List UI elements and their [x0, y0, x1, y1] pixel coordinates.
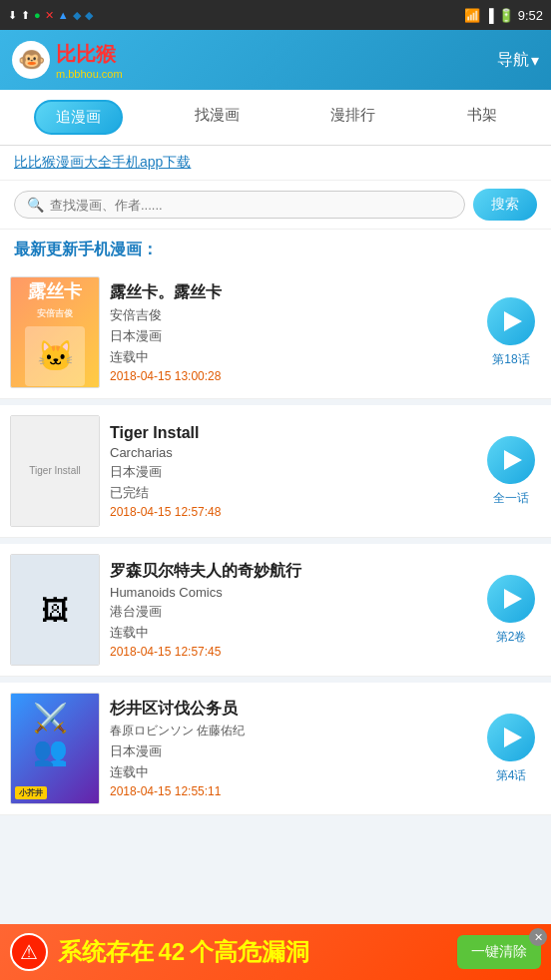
ad-number: 42	[158, 938, 185, 965]
search-button[interactable]: 搜索	[473, 189, 537, 221]
comic-list: 露丝卡 安倍吉俊 🐱 露丝卡。露丝卡 安倍吉俊 日本漫画 连载中 2018-04…	[0, 266, 551, 815]
chapter-label: 全一话	[493, 490, 529, 507]
play-icon	[504, 450, 522, 470]
comic-action-3: 第2卷	[481, 554, 541, 666]
comic-title: 罗森贝尔特夫人的奇妙航行	[110, 561, 481, 582]
comic-info-4: 杉井区讨伐公务员 春原ロビンソン 佐藤佑纪 日本漫画 连载中 2018-04-1…	[110, 693, 481, 804]
comic-status: 连载中	[110, 624, 481, 642]
thumb-4-inner: ⚔️👥 小芥井	[11, 694, 99, 803]
thumb-tiger-label: Tiger Install	[29, 465, 80, 476]
tab-bar: 追漫画 找漫画 漫排行 书架	[0, 90, 551, 146]
comic-info-1: 露丝卡。露丝卡 安倍吉俊 日本漫画 连载中 2018-04-15 13:00:2…	[110, 276, 481, 388]
app-download-banner[interactable]: 比比猴漫画大全手机app下载	[0, 146, 551, 181]
warning-symbol: ⚠	[20, 940, 38, 964]
play-button[interactable]	[487, 714, 535, 761]
play-icon	[504, 728, 522, 747]
chapter-label: 第4话	[496, 767, 527, 784]
comic-status: 已完结	[110, 484, 481, 502]
comic-date: 2018-04-15 12:55:11	[110, 784, 481, 798]
thumb-placeholder-icon: 🖼	[41, 594, 69, 627]
ad-text-prefix: 系统存在	[58, 938, 154, 965]
thumb-image-4: ⚔️👥 小芥井	[11, 694, 99, 803]
tab-follow-manga[interactable]: 追漫画	[34, 100, 123, 135]
table-row: 🖼 罗森贝尔特夫人的奇妙航行 Humanoids Comics 港台漫画 连载中…	[0, 544, 551, 677]
ad-text: 系统存在 42 个高危漏洞	[58, 936, 447, 968]
app-url: m.bbhou.com	[56, 68, 123, 80]
app-icon-3: ▲	[58, 9, 69, 21]
battery-icon: 🔋	[498, 8, 514, 23]
play-button[interactable]	[487, 436, 535, 484]
play-button[interactable]	[487, 575, 535, 623]
section-title: 最新更新手机漫画：	[0, 230, 551, 266]
logo-icon: 🐵	[12, 41, 50, 79]
comic-thumbnail: 🖼	[10, 554, 100, 666]
thumb-4-chars: ⚔️👥	[33, 702, 77, 767]
comic-author: Humanoids Comics	[110, 585, 481, 600]
nav-arrow-icon: ▾	[531, 51, 539, 70]
tab-find-manga[interactable]: 找漫画	[175, 100, 260, 135]
chapter-label: 第18话	[492, 351, 529, 368]
search-icon: 🔍	[27, 197, 44, 213]
logo-text-area: 比比猴 m.bbhou.com	[56, 41, 123, 80]
comic-type: 港台漫画	[110, 603, 481, 621]
search-input[interactable]	[50, 198, 452, 213]
table-row: Tiger Install Tiger Install Carcharias 日…	[0, 405, 551, 538]
ad-close-button[interactable]: ✕	[529, 928, 547, 946]
comic-title: 露丝卡。露丝卡	[110, 282, 481, 303]
comic-action-4: 第4话	[481, 693, 541, 804]
comic-title: Tiger Install	[110, 424, 481, 442]
upload-icon: ⬆	[21, 9, 30, 22]
nav-button[interactable]: 导航 ▾	[497, 50, 539, 71]
app-icon-4: ◆	[73, 9, 81, 22]
nav-label: 导航	[497, 50, 529, 71]
comic-status: 连载中	[110, 348, 481, 366]
comic-date: 2018-04-15 12:57:48	[110, 505, 481, 519]
ad-text-suffix: 个高危漏洞	[190, 938, 309, 965]
comic-author: 安倍吉俊	[110, 306, 481, 324]
thumb-image-1: 露丝卡 安倍吉俊 🐱	[11, 277, 99, 387]
app-icon-2: ✕	[45, 9, 54, 22]
status-bar: ⬇ ⬆ ● ✕ ▲ ◆ ◆ 📶 ▐ 🔋 9:52	[0, 0, 551, 30]
comic-date: 2018-04-15 12:57:45	[110, 645, 481, 659]
comic-date: 2018-04-15 13:00:28	[110, 369, 481, 383]
logo-area: 🐵 比比猴 m.bbhou.com	[12, 41, 123, 80]
tab-ranking[interactable]: 漫排行	[310, 100, 395, 135]
status-left-icons: ⬇ ⬆ ● ✕ ▲ ◆ ◆	[8, 9, 93, 22]
thumb-image-3: 🖼	[11, 555, 99, 665]
app-icon-1: ●	[34, 9, 41, 21]
comic-info-3: 罗森贝尔特夫人的奇妙航行 Humanoids Comics 港台漫画 连载中 2…	[110, 554, 481, 666]
comic-type: 日本漫画	[110, 742, 481, 760]
time-display: 9:52	[518, 8, 543, 23]
app-download-text: 比比猴漫画大全手机app下载	[14, 154, 191, 170]
play-button[interactable]	[487, 297, 535, 345]
comic-title: 杉井区讨伐公务员	[110, 699, 481, 720]
comic-action-2: 全一话	[481, 415, 541, 527]
comic-thumbnail: Tiger Install	[10, 415, 100, 527]
thumb-4-badge: 小芥井	[15, 786, 47, 799]
comic-action-1: 第18话	[481, 276, 541, 388]
ad-clean-button[interactable]: 一键清除	[457, 935, 541, 969]
play-icon	[504, 589, 522, 609]
comic-author: 春原ロビンソン 佐藤佑纪	[110, 723, 481, 739]
comic-thumbnail: ⚔️👥 小芥井	[10, 693, 100, 804]
comic-type: 日本漫画	[110, 463, 481, 481]
comic-info-2: Tiger Install Carcharias 日本漫画 已完结 2018-0…	[110, 415, 481, 527]
chapter-label: 第2卷	[496, 629, 527, 646]
comic-thumbnail: 露丝卡 安倍吉俊 🐱	[10, 276, 100, 388]
table-row: 露丝卡 安倍吉俊 🐱 露丝卡。露丝卡 安倍吉俊 日本漫画 连载中 2018-04…	[0, 266, 551, 399]
signal-icon: ▐	[484, 8, 493, 23]
ad-warning-icon: ⚠	[10, 933, 48, 971]
download-icon: ⬇	[8, 9, 17, 22]
search-input-wrapper[interactable]: 🔍	[14, 191, 465, 219]
app-header: 🐵 比比猴 m.bbhou.com 导航 ▾	[0, 30, 551, 90]
comic-type: 日本漫画	[110, 327, 481, 345]
tab-bookshelf[interactable]: 书架	[447, 100, 517, 135]
table-row: ⚔️👥 小芥井 杉井区讨伐公务员 春原ロビンソン 佐藤佑纪 日本漫画 连载中 2…	[0, 683, 551, 815]
ad-banner: ⚠ 系统存在 42 个高危漏洞 一键清除 ✕	[0, 924, 551, 980]
comic-status: 连载中	[110, 763, 481, 781]
search-bar: 🔍 搜索	[0, 181, 551, 230]
app-icon-5: ◆	[85, 9, 93, 22]
status-right-icons: 📶 ▐ 🔋 9:52	[464, 8, 543, 23]
thumb-image-2: Tiger Install	[11, 416, 99, 526]
comic-author: Carcharias	[110, 445, 481, 460]
